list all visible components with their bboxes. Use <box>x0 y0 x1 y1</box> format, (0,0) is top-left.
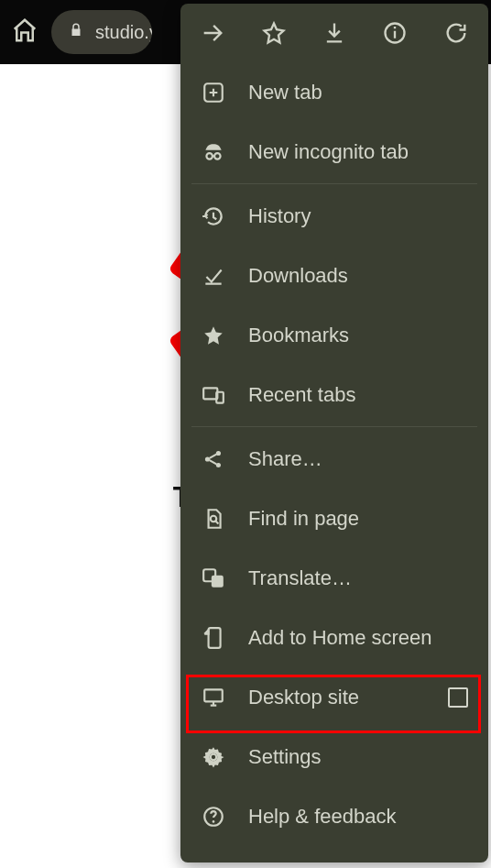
menu-label: Find in page <box>248 507 359 531</box>
menu-label: Recent tabs <box>248 383 355 407</box>
help-icon <box>201 805 226 829</box>
star-button[interactable] <box>248 7 300 59</box>
home-icon[interactable] <box>11 16 38 48</box>
menu-separator <box>191 426 477 427</box>
menu-label: Downloads <box>248 264 348 288</box>
menu-label: Share… <box>248 447 322 471</box>
menu-item-incognito[interactable]: New incognito tab <box>180 122 488 181</box>
add-home-icon <box>201 626 226 650</box>
download-check-icon <box>201 264 226 288</box>
menu-label: New tab <box>248 81 322 104</box>
gear-icon <box>201 745 226 769</box>
svg-rect-12 <box>209 628 221 648</box>
menu-label: New incognito tab <box>248 140 409 164</box>
menu-item-bookmarks[interactable]: Bookmarks <box>180 305 488 365</box>
menu-label: Help & feedback <box>248 805 396 829</box>
menu-item-settings[interactable]: Settings <box>180 727 488 786</box>
url-text: studio.yo <box>95 22 152 43</box>
menu-item-new-tab[interactable]: New tab <box>180 62 488 122</box>
menu-item-add-home[interactable]: Add to Home screen <box>180 608 488 667</box>
share-icon <box>201 447 226 471</box>
menu-separator <box>191 183 477 184</box>
reload-button[interactable] <box>431 7 482 59</box>
menu-label: Settings <box>248 745 322 769</box>
lock-icon <box>68 22 84 42</box>
menu-label: Translate… <box>248 566 352 590</box>
menu-item-history[interactable]: History <box>180 186 488 246</box>
info-button[interactable] <box>369 7 420 59</box>
url-bar[interactable]: studio.yo <box>51 10 152 54</box>
menu-item-recent-tabs[interactable]: Recent tabs <box>180 365 488 424</box>
menu-item-help[interactable]: Help & feedback <box>180 786 488 846</box>
star-icon <box>201 324 226 347</box>
menu-item-find[interactable]: Find in page <box>180 489 488 548</box>
svg-rect-4 <box>203 388 217 399</box>
devices-icon <box>201 383 226 407</box>
incognito-icon <box>201 140 226 164</box>
menu-item-translate[interactable]: Translate… <box>180 548 488 608</box>
svg-point-2 <box>206 153 213 159</box>
find-page-icon <box>201 507 226 531</box>
plus-square-icon <box>201 81 226 104</box>
menu-label: History <box>248 204 311 228</box>
menu-item-share[interactable]: Share… <box>180 429 488 489</box>
svg-point-3 <box>214 153 221 159</box>
forward-button[interactable] <box>187 7 238 59</box>
download-button[interactable] <box>309 7 360 59</box>
menu-action-row <box>180 4 488 62</box>
menu-label: Add to Home screen <box>248 626 432 650</box>
svg-point-14 <box>211 753 217 760</box>
history-icon <box>201 204 226 228</box>
tutorial-highlight <box>186 675 481 733</box>
svg-point-16 <box>213 820 215 823</box>
translate-icon <box>201 566 226 590</box>
menu-label: Bookmarks <box>248 324 349 347</box>
menu-item-downloads[interactable]: Downloads <box>180 246 488 305</box>
overflow-menu: New tab New incognito tab History Downlo… <box>180 4 488 863</box>
